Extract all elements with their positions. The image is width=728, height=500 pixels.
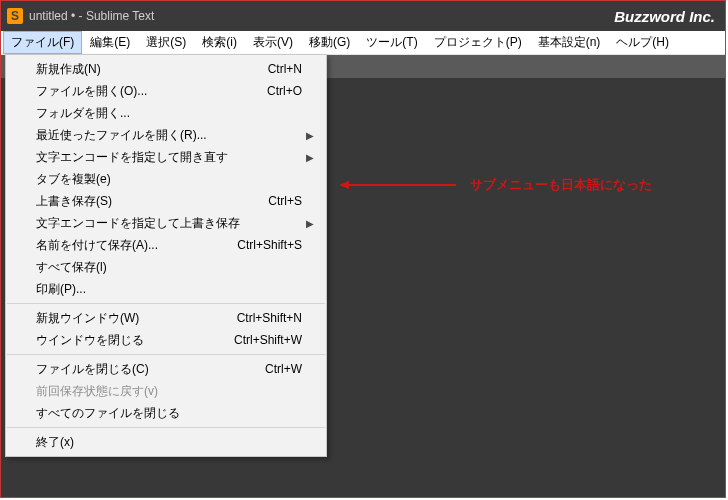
menu-entry-label: 上書き保存(S) [36, 193, 268, 210]
menu-entry-label: ファイルを開く(O)... [36, 83, 267, 100]
title-bar: S untitled • - Sublime Text Buzzword Inc… [1, 1, 725, 31]
menu-entry[interactable]: 新規作成(N)Ctrl+N [6, 58, 326, 80]
menu-entry-label: 新規ウインドウ(W) [36, 310, 237, 327]
menu-separator [7, 427, 325, 428]
menu-entry-shortcut: Ctrl+Shift+S [237, 238, 302, 252]
menu-item[interactable]: 基本設定(n) [530, 31, 609, 54]
menu-entry[interactable]: タブを複製(e) [6, 168, 326, 190]
app-icon: S [7, 8, 23, 24]
menu-entry-label: 文字エンコードを指定して開き直す [36, 149, 302, 166]
menu-entry[interactable]: 印刷(P)... [6, 278, 326, 300]
menu-entry[interactable]: 文字エンコードを指定して上書き保存▶ [6, 212, 326, 234]
menu-entry[interactable]: ウインドウを閉じるCtrl+Shift+W [6, 329, 326, 351]
menu-entry[interactable]: 新規ウインドウ(W)Ctrl+Shift+N [6, 307, 326, 329]
menu-entry-shortcut: Ctrl+Shift+W [234, 333, 302, 347]
menu-entry-label: ファイルを閉じる(C) [36, 361, 265, 378]
window-title: untitled • - Sublime Text [29, 9, 154, 23]
menu-entry-shortcut: Ctrl+W [265, 362, 302, 376]
menu-entry[interactable]: フォルダを開く... [6, 102, 326, 124]
menu-item[interactable]: 編集(E) [82, 31, 138, 54]
menu-entry-label: 印刷(P)... [36, 281, 302, 298]
menu-entry[interactable]: ファイルを閉じる(C)Ctrl+W [6, 358, 326, 380]
menu-separator [7, 354, 325, 355]
menu-entry[interactable]: 上書き保存(S)Ctrl+S [6, 190, 326, 212]
menu-item[interactable]: ツール(T) [358, 31, 425, 54]
menu-item[interactable]: 選択(S) [138, 31, 194, 54]
menu-entry-shortcut: Ctrl+S [268, 194, 302, 208]
arrow-icon [341, 184, 456, 186]
menu-entry-label: 文字エンコードを指定して上書き保存 [36, 215, 302, 232]
menu-entry-label: すべて保存(l) [36, 259, 302, 276]
menu-entry[interactable]: 最近使ったファイルを開く(R)...▶ [6, 124, 326, 146]
menu-entry-label: 終了(x) [36, 434, 302, 451]
menu-entry-label: 新規作成(N) [36, 61, 268, 78]
menu-entry-label: ウインドウを閉じる [36, 332, 234, 349]
menu-item[interactable]: 検索(i) [194, 31, 245, 54]
menu-entry-label: 前回保存状態に戻す(v) [36, 383, 302, 400]
menu-entry[interactable]: すべて保存(l) [6, 256, 326, 278]
menu-entry: 前回保存状態に戻す(v) [6, 380, 326, 402]
menu-entry-shortcut: Ctrl+Shift+N [237, 311, 302, 325]
menu-item[interactable]: プロジェクト(P) [426, 31, 530, 54]
brand-label: Buzzword Inc. [614, 1, 715, 31]
menu-entry-label: タブを複製(e) [36, 171, 302, 188]
menu-item[interactable]: 移動(G) [301, 31, 358, 54]
chevron-right-icon: ▶ [306, 130, 314, 141]
menu-entry-shortcut: Ctrl+N [268, 62, 302, 76]
menu-entry[interactable]: すべてのファイルを閉じる [6, 402, 326, 424]
menu-item[interactable]: ファイル(F) [3, 31, 82, 54]
menu-entry-label: すべてのファイルを閉じる [36, 405, 302, 422]
menu-entry-shortcut: Ctrl+O [267, 84, 302, 98]
file-menu-dropdown[interactable]: 新規作成(N)Ctrl+Nファイルを開く(O)...Ctrl+Oフォルダを開く.… [5, 54, 327, 457]
annotation: サブメニューも日本語になった [341, 176, 652, 194]
menu-entry[interactable]: 名前を付けて保存(A)...Ctrl+Shift+S [6, 234, 326, 256]
menu-separator [7, 303, 325, 304]
chevron-right-icon: ▶ [306, 152, 314, 163]
menu-bar: ファイル(F)編集(E)選択(S)検索(i)表示(V)移動(G)ツール(T)プロ… [1, 31, 725, 55]
menu-item[interactable]: 表示(V) [245, 31, 301, 54]
menu-entry[interactable]: 文字エンコードを指定して開き直す▶ [6, 146, 326, 168]
menu-entry[interactable]: ファイルを開く(O)...Ctrl+O [6, 80, 326, 102]
menu-item[interactable]: ヘルプ(H) [608, 31, 677, 54]
menu-entry-label: フォルダを開く... [36, 105, 302, 122]
annotation-text: サブメニューも日本語になった [470, 176, 652, 194]
menu-entry-label: 名前を付けて保存(A)... [36, 237, 237, 254]
chevron-right-icon: ▶ [306, 218, 314, 229]
menu-entry[interactable]: 終了(x) [6, 431, 326, 453]
menu-entry-label: 最近使ったファイルを開く(R)... [36, 127, 302, 144]
